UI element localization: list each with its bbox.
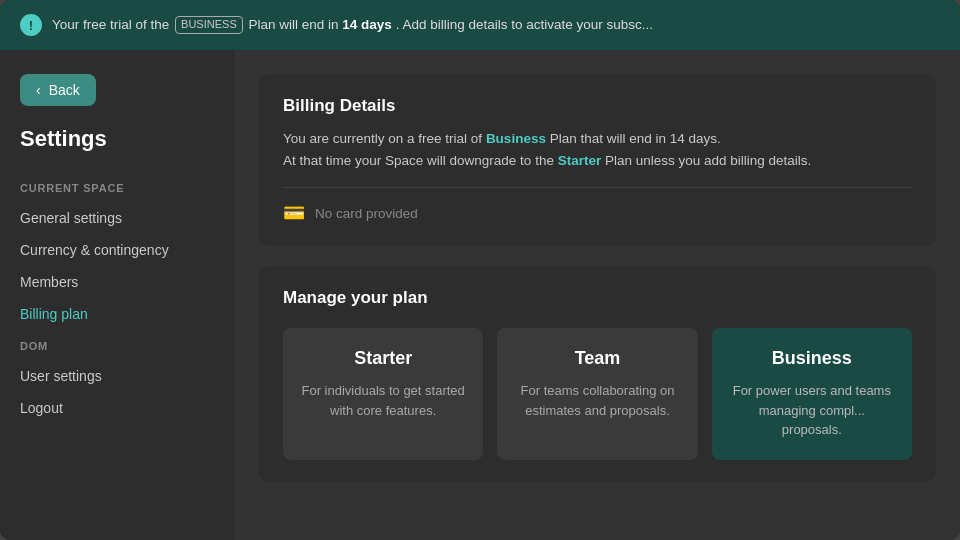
manage-plan-title: Manage your plan [283, 288, 912, 308]
plan-card-team[interactable]: Team For teams collaborating on estimate… [497, 328, 697, 460]
plan-desc-starter: For individuals to get started with core… [299, 381, 467, 420]
plan-card-starter[interactable]: Starter For individuals to get started w… [283, 328, 483, 460]
back-arrow-icon: ‹ [36, 82, 41, 98]
banner-text-before: Your free trial of the [52, 17, 169, 32]
back-label: Back [49, 82, 80, 98]
sidebar: ‹ Back Settings CURRENT SPACE General se… [0, 50, 235, 540]
plan-name-team: Team [513, 348, 681, 369]
warning-icon: ! [20, 14, 42, 36]
billing-details-card: Billing Details You are currently on a f… [259, 74, 936, 246]
plan-desc-team: For teams collaborating on estimates and… [513, 381, 681, 420]
business-badge: BUSINESS [175, 16, 243, 33]
no-card-text: No card provided [315, 206, 418, 221]
billing-line1-before: You are currently on a free trial of [283, 131, 486, 146]
billing-details-title: Billing Details [283, 96, 912, 116]
section-label-current-space: CURRENT SPACE [0, 182, 235, 194]
plan-name-starter: Starter [299, 348, 467, 369]
billing-details-text: You are currently on a free trial of Bus… [283, 128, 912, 171]
sidebar-item-general-settings[interactable]: General settings [0, 202, 235, 234]
plan-name-business: Business [728, 348, 896, 369]
content-area: Billing Details You are currently on a f… [235, 50, 960, 540]
sidebar-title: Settings [0, 126, 235, 152]
sidebar-item-currency-contingency[interactable]: Currency & contingency [0, 234, 235, 266]
card-info-row: 💳 No card provided [283, 187, 912, 224]
back-button[interactable]: ‹ Back [20, 74, 96, 106]
top-banner: ! Your free trial of the BUSINESS Plan w… [0, 0, 960, 50]
sidebar-item-logout[interactable]: Logout [0, 392, 235, 424]
credit-card-icon: 💳 [283, 202, 305, 224]
sidebar-item-user-settings[interactable]: User settings [0, 360, 235, 392]
billing-starter-link[interactable]: Starter [558, 153, 602, 168]
billing-business-link[interactable]: Business [486, 131, 546, 146]
main-layout: ‹ Back Settings CURRENT SPACE General se… [0, 50, 960, 540]
billing-line2-before: At that time your Space will downgrade t… [283, 153, 558, 168]
plan-card-business[interactable]: Business For power users and teams manag… [712, 328, 912, 460]
banner-text-after: . Add billing details to activate your s… [396, 17, 653, 32]
app-container: ! Your free trial of the BUSINESS Plan w… [0, 0, 960, 540]
billing-line2-after: Plan unless you add billing details. [601, 153, 811, 168]
banner-text-middle: Plan will end in [249, 17, 339, 32]
sidebar-item-billing-plan[interactable]: Billing plan [0, 298, 235, 330]
billing-line1: You are currently on a free trial of Bus… [283, 128, 912, 150]
billing-line2: At that time your Space will downgrade t… [283, 150, 912, 172]
banner-text: Your free trial of the BUSINESS Plan wil… [52, 16, 653, 35]
plan-desc-business: For power users and teams managing compl… [728, 381, 896, 440]
billing-line1-after: Plan that will end in 14 days. [546, 131, 721, 146]
plans-grid: Starter For individuals to get started w… [283, 328, 912, 460]
manage-plan-card: Manage your plan Starter For individuals… [259, 266, 936, 482]
section-label-dom: DOM [0, 340, 235, 352]
sidebar-item-members[interactable]: Members [0, 266, 235, 298]
banner-days: 14 days [342, 17, 392, 32]
